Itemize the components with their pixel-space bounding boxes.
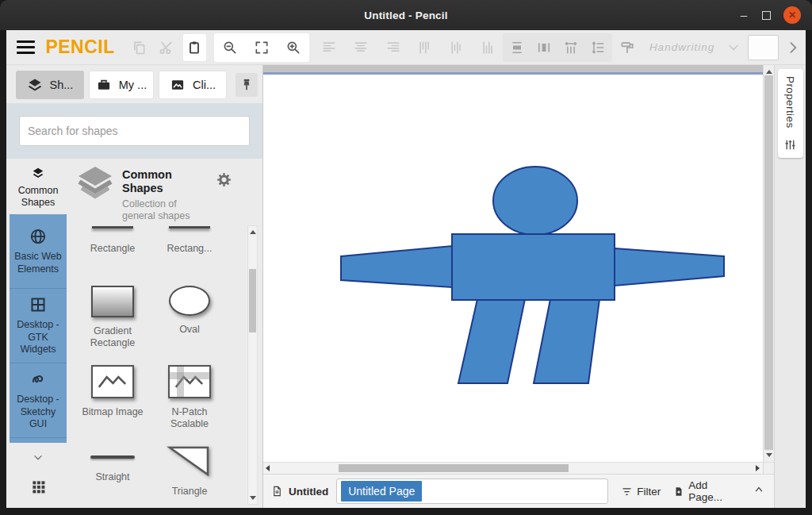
collection-item-partial[interactable] [10, 438, 67, 443]
rounded-rectangle-preview-cut [169, 225, 210, 229]
scroll-left-arrow[interactable] [266, 465, 270, 471]
briefcase-icon [96, 77, 112, 93]
tab-cliparts-label: Cli... [193, 79, 216, 91]
page-name-input[interactable]: Untitled Page [336, 478, 608, 504]
zoom-in-icon[interactable] [285, 40, 301, 56]
toolbar-overflow-button[interactable] [785, 40, 801, 56]
close-button[interactable]: ✕ [783, 6, 801, 24]
rectangle-preview-cut [92, 225, 133, 229]
figure-body[interactable] [452, 234, 615, 300]
scroll-down-arrow[interactable] [766, 453, 772, 457]
figure-left-leg[interactable] [458, 299, 525, 383]
collection-item-gtk-widgets[interactable]: Desktop - GTK Widgets [10, 289, 67, 363]
bitmap-image-preview [91, 365, 134, 398]
font-family-dropdown[interactable]: Handwriting [649, 40, 741, 56]
zoom-out-icon[interactable] [222, 40, 238, 56]
chevron-down-icon [30, 452, 46, 463]
gallery-scroll-thumb[interactable] [249, 269, 256, 332]
properties-label: Properties [784, 76, 796, 129]
horizontal-scrollbar[interactable] [263, 462, 774, 474]
titlebar[interactable]: Untitled - Pencil – ✕ [0, 0, 812, 30]
collection-label: Common Shapes [11, 185, 65, 209]
space-horizontal-icon[interactable] [563, 40, 579, 56]
scroll-up-arrow[interactable] [250, 230, 256, 234]
shape-item-straight-line[interactable]: Straight [75, 444, 151, 483]
pin-panel-button[interactable] [236, 73, 258, 97]
shape-item-rounded-rectangle[interactable]: Rectang... [151, 225, 228, 255]
shape-item-bitmap-image[interactable]: Bitmap Image [75, 365, 151, 418]
shape-item-oval[interactable]: Oval [151, 286, 228, 336]
properties-tab[interactable]: Properties [778, 69, 803, 158]
chevron-down-icon [726, 40, 741, 56]
format-painter-button[interactable] [615, 34, 638, 61]
align-right-button[interactable] [381, 34, 404, 61]
shape-item-rectangle[interactable]: Rectangle [75, 225, 151, 255]
collapse-page-bar-button[interactable] [753, 484, 764, 498]
space-vertical-icon[interactable] [590, 40, 606, 56]
align-bottom-button[interactable] [477, 34, 500, 61]
distribute-horizontal-icon[interactable] [536, 40, 552, 56]
tab-shapes[interactable]: Sh... [16, 71, 84, 99]
collection-label: Desktop - Sketchy GUI [11, 394, 65, 431]
align-middle-button[interactable] [446, 34, 468, 61]
align-left-button[interactable] [318, 34, 340, 61]
zoom-fit-icon[interactable] [254, 40, 270, 56]
shape-item-gradient-rectangle[interactable]: Gradient Rectangle [75, 286, 151, 349]
collapse-chevron-icon [753, 484, 764, 495]
figure-left-arm[interactable] [341, 246, 452, 287]
gtk-widgets-icon [29, 295, 48, 314]
copy-button[interactable] [128, 34, 150, 61]
vertical-scrollbar[interactable] [763, 65, 774, 462]
horizontal-scroll-thumb[interactable] [339, 464, 569, 472]
figure-right-leg[interactable] [534, 299, 599, 383]
format-painter-icon [619, 40, 635, 56]
search-input[interactable] [19, 116, 250, 146]
font-size-field[interactable] [748, 35, 779, 60]
shape-item-npatch[interactable]: N-Patch Scalable [151, 365, 228, 430]
shape-item-triangle[interactable]: Triangle [151, 444, 228, 498]
minimize-button[interactable]: – [738, 11, 749, 19]
figure-right-arm[interactable] [615, 248, 724, 286]
scroll-down-arrow[interactable] [250, 496, 256, 500]
npatch-preview [168, 365, 211, 398]
align-top-button[interactable] [414, 34, 436, 61]
add-page-button[interactable]: Add Page... [673, 479, 741, 503]
figure-head[interactable] [493, 167, 577, 235]
canvas-drawing[interactable] [263, 75, 759, 462]
vertical-scroll-thumb[interactable] [764, 75, 773, 450]
tab-my-stuff[interactable]: My ... [89, 71, 154, 99]
overflow-right-icon [785, 40, 801, 56]
font-family-value: Handwriting [649, 41, 714, 53]
gear-icon [216, 171, 232, 188]
align-left-icon [321, 40, 337, 56]
search-area [6, 103, 262, 159]
maximize-button[interactable] [762, 11, 771, 20]
layers-icon [27, 77, 43, 93]
gallery-scrollbar[interactable] [247, 225, 258, 505]
tab-cliparts[interactable]: Cli... [159, 71, 227, 99]
filter-button[interactable]: Filter [621, 486, 661, 498]
hamburger-menu-button[interactable] [14, 36, 37, 60]
collection-label: Basic Web Elements [11, 251, 65, 275]
collection-item-common-shapes[interactable]: Common Shapes [10, 162, 67, 214]
scrollbar-corner [763, 463, 774, 474]
document-name: Untitled [289, 486, 328, 498]
scroll-right-arrow[interactable] [756, 465, 760, 471]
all-collections-button[interactable] [31, 479, 46, 498]
collection-settings-button[interactable] [216, 171, 232, 191]
distribute-vertical-icon[interactable] [509, 40, 525, 56]
document-icon [271, 485, 283, 498]
collection-title: Common Shapes [122, 168, 211, 196]
collection-item-sketchy-gui[interactable]: Desktop - Sketchy GUI [10, 363, 67, 438]
scroll-up-arrow[interactable] [766, 70, 772, 74]
cut-button[interactable] [155, 34, 178, 61]
rail-scroll-down-button[interactable] [30, 452, 46, 467]
globe-icon [29, 227, 48, 246]
straight-line-preview [90, 455, 135, 459]
collection-item-basic-web[interactable]: Basic Web Elements [10, 214, 67, 289]
align-center-button[interactable] [350, 34, 372, 61]
panel-tabs: Sh... My ... Cli... [6, 65, 262, 100]
add-page-icon [673, 486, 684, 498]
drawing-page[interactable] [263, 75, 763, 462]
paste-button[interactable] [183, 34, 205, 61]
